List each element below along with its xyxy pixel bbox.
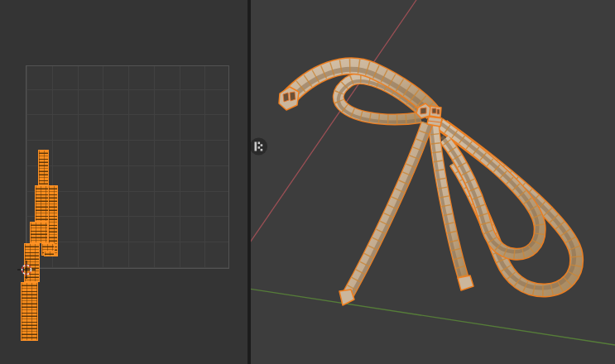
uv-2d-cursor (17, 261, 36, 279)
uv-island[interactable] (30, 222, 48, 243)
axis-y-line (251, 289, 615, 345)
uv-island[interactable] (44, 251, 55, 256)
toolbar-toggle-icon[interactable] (251, 138, 267, 156)
uv-island[interactable] (21, 282, 38, 341)
rope-end-cap (339, 290, 354, 305)
viewport-3d-canvas (251, 0, 615, 364)
uv-island[interactable] (38, 150, 49, 185)
rope-bow-mesh[interactable] (279, 66, 577, 305)
viewport-3d[interactable] (251, 0, 615, 364)
rope-end-cap (458, 275, 473, 290)
uv-editor-panel[interactable] (0, 0, 247, 364)
rope-butt-cap (279, 87, 299, 110)
